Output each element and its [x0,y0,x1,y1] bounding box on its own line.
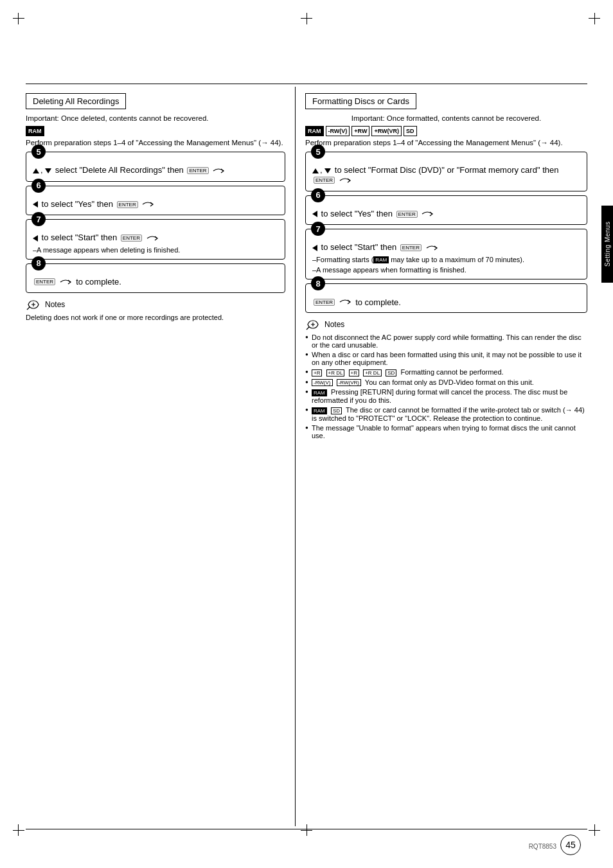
enter-arrow-7l [146,233,159,244]
arrow-down-icon-5r [324,168,331,173]
enter-arrow-6r [421,209,434,219]
left-notes: Notes Deleting does not work if one or m… [26,298,285,321]
badge-plusrdl2-n3: +R DL [363,369,382,376]
right-important: Important: Once formatted, contents cann… [305,114,587,122]
arrow-left-icon-7l [33,235,38,242]
enter-icon-6l: ENTER [117,201,138,208]
right-badges: RAM -RW(V) +RW +RW(VR) SD [305,126,587,136]
step-7-right-content: to select "Start" then ENTER –Formatting… [312,242,580,274]
right-column: Formatting Discs or Cards Important: Onc… [296,87,587,826]
step-number-6-right: 6 [311,188,325,202]
arrow-left-icon-6r [312,211,317,217]
corner-mark-tl [13,13,26,26]
step-number-5-left: 5 [31,145,46,159]
step-number-7-left: 7 [31,212,46,226]
step-5-left-content: , select "Delete All Recordings" then EN… [33,165,278,176]
step-number-5-right: 5 [311,145,325,159]
page: Setting Menus Deleting All Recordings Im… [0,0,613,868]
right-notes: Notes Do not disconnect the AC power sup… [305,318,587,439]
side-tab: Setting Menus [601,206,613,283]
step-number-6-left: 6 [31,179,46,193]
enter-icon-5l: ENTER [187,167,208,174]
step-7-right-sub2: –A message appears when formatting is fi… [312,266,580,274]
left-notes-header: Notes [26,298,285,311]
badge-plusr2-n3: +R [349,369,359,376]
content-area: Deleting All Recordings Important: Once … [26,87,587,826]
step-number-7-right: 7 [311,222,325,236]
badge-sd-n6: SD [331,407,342,414]
left-important: Important: Once deleted, contents cannot… [26,114,285,122]
left-column: Deleting All Recordings Important: Once … [26,87,296,826]
arrow-down-icon [45,168,51,173]
notes-title-right: Notes [324,320,344,329]
left-note-1: Deleting does not work if one or more re… [26,314,285,321]
step-6-left: 6 to select "Yes" then ENTER [26,186,285,216]
corner-mark-br [587,823,600,836]
step-number-8-right: 8 [311,276,325,290]
inline-ram-badge-7r: RAM [373,256,389,263]
right-note-7: The message "Unable to format" appears w… [305,424,587,439]
arrow-up-icon [33,168,39,173]
right-note-1: Do not disconnect the AC power supply co… [305,333,587,349]
enter-icon-8r: ENTER [314,299,335,306]
enter-icon-7r: ENTER [400,244,422,251]
notes-icon-left [26,298,41,311]
step-6-right-content: to select "Yes" then ENTER [312,209,580,220]
right-section-header: Formatting Discs or Cards [305,93,416,109]
enter-icon-6r: ENTER [396,211,418,218]
left-prep-text: Perform preparation steps 1–4 of "Access… [26,139,285,146]
step-7-left: 7 to select "Start" then ENTER –A messag… [26,219,285,260]
step-6-right: 6 to select "Yes" then ENTER [305,195,587,226]
enter-arrow-5r [339,175,351,186]
enter-arrow-7r [425,243,438,253]
badge-ram-n6: RAM [312,407,327,414]
badge-sd: SD [404,126,417,136]
step-8-left-content: ENTER to complete. [33,277,121,287]
enter-arrow-8r [339,297,351,307]
enter-arrow-5l [212,166,225,176]
step-8-right-content: ENTER to complete. [312,297,401,307]
step-5-left: 5 , select "Delete All Recordings" then … [26,152,285,182]
page-number: 45 [560,835,581,855]
enter-arrow-6l [141,199,154,209]
bottom-line [26,829,587,829]
left-badges: RAM [26,126,285,136]
badge-rwv: -RW(V) [326,126,350,136]
badge-plusrw: +RW [351,126,369,136]
badge-ram-right: RAM [305,126,324,136]
right-notes-header: Notes [305,318,587,331]
corner-mark-bl [13,823,26,836]
right-prep-text: Perform preparation steps 1–4 of "Access… [305,139,587,146]
step-6-left-content: to select "Yes" then ENTER [33,199,278,210]
badge-plusrwvr: +RW(VR) [371,126,402,136]
enter-icon-5r: ENTER [314,177,335,184]
arrow-up-icon-5r [312,168,319,173]
badge-rwvr-n4: -RW(VR) [337,379,361,386]
corner-mark-tr [587,13,600,26]
step-7-right: 7 to select "Start" then ENTER –Formatti… [305,229,587,279]
page-code: RQT8853 [529,843,556,850]
enter-icon-7l: ENTER [121,235,142,242]
badge-ram-n5: RAM [312,389,327,396]
complete-text-right: to complete. [355,297,401,307]
enter-arrow-8l [59,277,72,287]
step-number-8-left: 8 [31,256,46,270]
badge-sd-n3: SD [386,369,396,376]
step-7-right-sub1: –Formatting starts (RAM may take up to a… [312,256,580,264]
right-note-4: -RW(V) -RW(VR) You can format only as DV… [305,378,587,387]
enter-icon-8l: ENTER [34,278,55,285]
step-7-left-sub: –A message appears when deleting is fini… [33,246,278,254]
arrow-left-icon-6l [33,201,38,208]
badge-ram: RAM [26,126,44,136]
arrow-left-icon-7r [312,245,317,251]
right-note-6: RAM SD The disc or card cannot be format… [305,406,587,422]
step-5-right-content: , to select "Format Disc (DVD)" or "Form… [312,165,580,186]
badge-plusr-n3: +R [312,369,322,376]
top-line [26,84,587,84]
step-8-left: 8 ENTER to complete. [26,263,285,293]
complete-text-left: to complete. [76,277,121,287]
badge-plusrdl-n3: +R DL [326,369,345,376]
notes-title-left: Notes [45,300,65,309]
right-note-5: RAM Pressing [RETURN] during format will… [305,388,587,404]
right-note-2: When a disc or card has been formatted u… [305,351,587,366]
